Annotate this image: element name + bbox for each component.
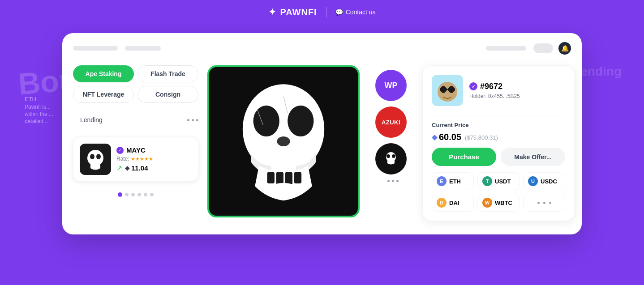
nft-detail-info: ✓ #9672 Holder: 0x455...5B25 <box>469 82 565 99</box>
right-panel: ✓ #9672 Holder: 0x455...5B25 Current Pri… <box>422 65 575 221</box>
token-grid: E ETH T USDT U USDC D DAI <box>432 172 565 212</box>
dot-1 <box>187 119 189 121</box>
mutant-svg <box>383 151 399 167</box>
usdt-token-label: USDT <box>495 178 511 185</box>
token-eth[interactable]: E ETH <box>432 172 474 190</box>
header-inner: ✦ PAWNFI 💬 Contact us <box>268 6 375 18</box>
menu-nft-leverage[interactable]: NFT Leverage <box>73 86 134 103</box>
svg-rect-14 <box>294 172 301 183</box>
svg-point-0 <box>87 150 103 166</box>
svg-point-9 <box>288 106 313 136</box>
bell-icon[interactable]: 🔔 <box>558 42 571 55</box>
wbtc-token-icon: W <box>482 198 492 208</box>
page-dot-2[interactable] <box>125 193 129 196</box>
page-dot-6[interactable] <box>150 193 154 196</box>
price-eth-symbol: ◆ <box>432 133 437 141</box>
token-usdt[interactable]: T USDT <box>477 172 519 190</box>
action-buttons: Purchase Make Offer... <box>432 148 565 166</box>
more-token-dot-3 <box>549 202 551 204</box>
nft-detail-id-row: ✓ #9672 <box>469 82 565 91</box>
more-token-dot-2 <box>543 202 545 204</box>
more-dot-3 <box>396 180 399 182</box>
center-nft-area <box>207 65 360 217</box>
eth-token-label: ETH <box>449 178 461 185</box>
nav-toggle[interactable] <box>533 43 553 53</box>
menu-dots <box>184 119 198 121</box>
nft-card-small[interactable]: ✓ MAYC Rate: ★★★★★ ↗ ◆ 11.04 <box>73 137 198 182</box>
nft-small-info: ✓ MAYC Rate: ★★★★★ ↗ ◆ 11.04 <box>116 146 192 172</box>
svg-point-8 <box>253 106 279 136</box>
svg-point-15 <box>267 183 300 198</box>
price-eth-value: ◆ 60.05 <box>432 132 461 142</box>
card-body: Ape Staking Flash Trade NFT Leverage Con… <box>73 65 571 221</box>
nft-small-thumb <box>80 144 111 175</box>
page-dot-active[interactable] <box>118 192 122 197</box>
svg-rect-11 <box>267 172 275 183</box>
dot-3 <box>196 119 198 121</box>
make-offer-button[interactable]: Make Offer... <box>501 148 565 166</box>
wbtc-token-label: WBTC <box>495 200 512 206</box>
nft-rate: Rate: ★★★★★ <box>116 156 192 162</box>
trend-up-icon: ↗ <box>116 164 122 172</box>
header-divider <box>326 7 326 17</box>
svg-point-19 <box>386 154 390 158</box>
usdc-token-icon: U <box>528 176 538 186</box>
svg-point-20 <box>392 154 395 158</box>
token-usdc[interactable]: U USDC <box>523 172 565 190</box>
contact-icon: 💬 <box>335 9 343 16</box>
menu-grid: Ape Staking Flash Trade NFT Leverage Con… <box>73 65 198 103</box>
nav-pill-3 <box>486 46 526 51</box>
token-wbtc[interactable]: W WBTC <box>477 194 519 212</box>
contact-us-link[interactable]: 💬 Contact us <box>335 9 376 16</box>
purchase-button[interactable]: Purchase <box>432 148 496 166</box>
price-section: Current Price ◆ 60.05 ($75,800.31) Purch… <box>432 115 565 166</box>
price-value-row: ◆ 60.05 ($75,800.31) <box>432 132 565 142</box>
verified-badge: ✓ <box>116 147 124 154</box>
nft-stars: ★★★★★ <box>131 156 153 162</box>
logo-text: PAWNFI <box>280 7 317 17</box>
eth-symbol-small: ◆ <box>125 165 129 171</box>
svg-point-10 <box>277 136 290 146</box>
card-nav: 🔔 <box>73 42 571 55</box>
nft-main-image <box>207 65 360 217</box>
nft-detail-thumb <box>432 75 463 106</box>
more-token-dot-1 <box>537 202 540 204</box>
nft-token-id: #9672 <box>480 82 502 91</box>
logo-icon: ✦ <box>268 6 276 18</box>
nft-small-name: MAYC <box>126 146 146 154</box>
token-dai[interactable]: D DAI <box>432 194 474 212</box>
svg-rect-25 <box>440 87 447 92</box>
dai-token-icon: D <box>437 198 447 208</box>
nft-holder: Holder: 0x455...5B25 <box>469 93 565 99</box>
usdt-token-icon: T <box>482 176 492 186</box>
header: ✦ PAWNFI 💬 Contact us <box>0 0 644 24</box>
nav-pill-1 <box>73 46 118 51</box>
token-more[interactable] <box>523 194 565 212</box>
dai-token-label: DAI <box>449 200 459 206</box>
menu-consign[interactable]: Consign <box>137 86 198 103</box>
usdc-token-label: USDC <box>541 178 557 185</box>
collection-azuki-icon[interactable]: AZUKI <box>375 106 407 138</box>
contact-label: Contact us <box>346 9 376 16</box>
nft-price-row: ↗ ◆ 11.04 <box>116 164 192 172</box>
page-dot-5[interactable] <box>144 193 147 196</box>
nft-detail-header: ✓ #9672 Holder: 0x455...5B25 <box>432 75 565 106</box>
collection-mb-icon[interactable] <box>375 143 407 174</box>
page-dot-4[interactable] <box>137 193 141 196</box>
menu-ape-staking[interactable]: Ape Staking <box>73 65 134 82</box>
page-dot-3[interactable] <box>131 193 135 196</box>
bg-detailed-line: detailed... <box>25 118 53 124</box>
more-dot-1 <box>387 180 390 182</box>
menu-lending-row: Lending <box>73 112 198 128</box>
nft-detail-verified: ✓ <box>469 82 477 90</box>
dot-2 <box>192 119 194 121</box>
holder-address: 0x455...5B25 <box>488 93 520 99</box>
bg-pawnfi-line: Pawnfi is... <box>25 104 53 110</box>
collection-wp-icon[interactable]: WP <box>375 70 407 101</box>
nft-name-row: ✓ MAYC <box>116 146 192 154</box>
menu-lending-label[interactable]: Lending <box>73 114 110 126</box>
nft-eth-price: ◆ 11.04 <box>125 164 148 172</box>
menu-flash-trade[interactable]: Flash Trade <box>137 65 198 82</box>
main-area: Bored Ape Y... ETH Pawnfi is... within t… <box>0 24 644 279</box>
skull-thumb-icon <box>84 148 107 170</box>
